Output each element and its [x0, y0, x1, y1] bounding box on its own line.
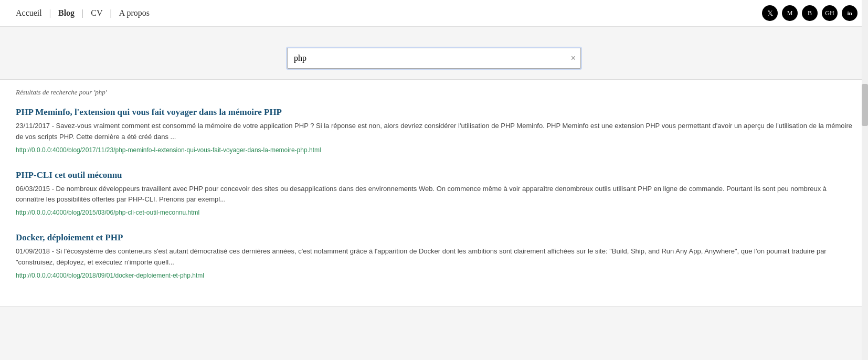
bluesky-icon[interactable]: B	[802, 5, 818, 21]
nav-sep-2: |	[80, 8, 86, 18]
scrollbar-track	[862, 0, 868, 306]
result-excerpt: 06/03/2015 - De nombreux développeurs tr…	[16, 184, 852, 206]
result-item: PHP-CLI cet outil méconnu 06/03/2015 - D…	[16, 170, 852, 217]
nav-accueil[interactable]: Accueil	[10, 6, 47, 20]
navbar: Accueil | Blog | CV | A propos 𝕏 M B GH …	[0, 0, 868, 27]
results-container: Résultats de recherche pour 'php' PHP Me…	[0, 79, 868, 306]
result-title[interactable]: PHP Meminfo, l'extension qui vous fait v…	[16, 107, 282, 118]
mastodon-icon[interactable]: M	[782, 5, 798, 21]
result-url[interactable]: http://0.0.0.0:4000/blog/2018/09/01/dock…	[16, 272, 204, 279]
nav-sep-1: |	[47, 8, 53, 18]
scrollbar-thumb[interactable]	[862, 84, 868, 126]
search-input[interactable]	[287, 48, 581, 69]
twitter-icon[interactable]: 𝕏	[762, 5, 778, 21]
search-area: ×	[0, 27, 868, 79]
search-box: ×	[287, 48, 581, 69]
nav-sep-3: |	[108, 8, 114, 18]
nav-cv[interactable]: CV	[86, 6, 108, 20]
result-url[interactable]: http://0.0.0.0:4000/blog/2015/03/06/php-…	[16, 209, 199, 216]
result-title[interactable]: Docker, déploiement et PHP	[16, 232, 123, 243]
nav-blog[interactable]: Blog	[53, 6, 80, 20]
result-excerpt: 23/11/2017 - Savez-vous vraiment comment…	[16, 121, 852, 143]
nav-links: Accueil | Blog | CV | A propos	[10, 6, 155, 20]
nav-apropos[interactable]: A propos	[114, 6, 155, 20]
result-item: Docker, déploiement et PHP 01/09/2018 - …	[16, 232, 852, 280]
search-clear-button[interactable]: ×	[571, 54, 576, 62]
result-title[interactable]: PHP-CLI cet outil méconnu	[16, 170, 122, 181]
linkedin-icon[interactable]: in	[842, 5, 858, 21]
result-url[interactable]: http://0.0.0.0:4000/blog/2017/11/23/php-…	[16, 146, 321, 154]
social-icons: 𝕏 M B GH in	[762, 5, 858, 21]
github-icon[interactable]: GH	[822, 5, 838, 21]
result-item: PHP Meminfo, l'extension qui vous fait v…	[16, 107, 852, 154]
result-excerpt: 01/09/2018 - Si l'écosystème des contene…	[16, 246, 852, 268]
results-label: Résultats de recherche pour 'php'	[16, 88, 852, 97]
